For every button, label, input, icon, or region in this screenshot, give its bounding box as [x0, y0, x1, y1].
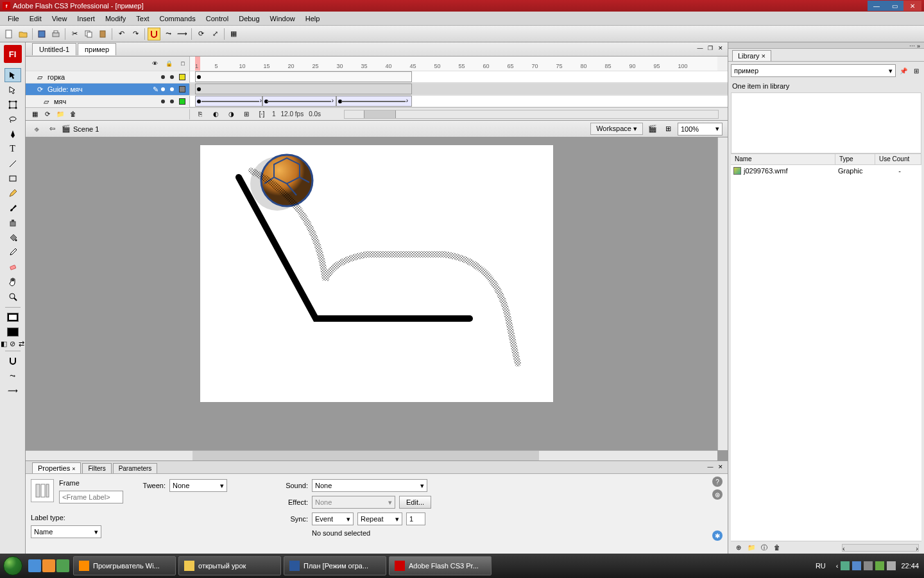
- center-frame-icon[interactable]: ⎘: [195, 109, 205, 119]
- zoom-selector[interactable]: 100%▾: [678, 123, 723, 136]
- onion-outline-button[interactable]: ◑: [226, 109, 236, 119]
- rotate-button[interactable]: ⟳: [194, 28, 207, 40]
- sync-select[interactable]: Event▾: [312, 512, 354, 525]
- repeat-count-input[interactable]: [406, 512, 425, 525]
- repeat-select[interactable]: Repeat▾: [357, 512, 402, 525]
- tab-properties[interactable]: Properties×: [32, 462, 81, 473]
- accessibility-button[interactable]: ✱: [712, 530, 723, 541]
- new-folder-lib-button[interactable]: 📁: [746, 543, 757, 553]
- paint-bucket-tool[interactable]: [4, 231, 21, 245]
- delete-lib-button[interactable]: 🗑: [772, 543, 782, 553]
- col-type[interactable]: Type: [835, 154, 875, 164]
- straighten-button[interactable]: ⟿: [176, 28, 189, 40]
- edit-scene-button[interactable]: ⎆: [31, 123, 42, 135]
- fill-color-swatch[interactable]: [4, 325, 21, 339]
- quick-launch-button[interactable]: [28, 559, 41, 572]
- modify-onion-button[interactable]: [·]: [257, 109, 267, 119]
- text-tool[interactable]: T: [4, 142, 21, 156]
- label-type-select[interactable]: Name▾: [31, 525, 101, 538]
- tray-icon[interactable]: [864, 561, 873, 570]
- default-colors-icon[interactable]: ◧: [0, 340, 8, 347]
- menu-file[interactable]: File: [3, 13, 24, 24]
- tab-library[interactable]: Library ×: [732, 50, 771, 61]
- print-button[interactable]: [49, 28, 62, 40]
- window-maximize-button[interactable]: ▭: [886, 1, 903, 11]
- rectangle-tool[interactable]: [4, 171, 21, 186]
- scale-button[interactable]: ⤢: [209, 28, 221, 40]
- taskbar-clock[interactable]: 22:44: [901, 562, 924, 570]
- onion-skin-button[interactable]: ◐: [210, 109, 221, 119]
- new-folder-button[interactable]: 📁: [55, 109, 65, 119]
- window-minimize-button[interactable]: —: [868, 1, 886, 11]
- snap-to-objects-button[interactable]: [4, 354, 21, 368]
- col-name[interactable]: Name: [731, 154, 835, 164]
- smooth-button[interactable]: ⤳: [162, 28, 175, 40]
- layer-row-guide[interactable]: ⟳ Guide: мяч ✎: [26, 83, 728, 95]
- new-file-button[interactable]: [3, 28, 15, 40]
- eyedropper-tool[interactable]: [4, 245, 21, 259]
- zoom-tool[interactable]: [4, 290, 21, 304]
- quick-launch-button[interactable]: [42, 559, 55, 572]
- stage-area[interactable]: [26, 137, 728, 460]
- edit-scene-icon[interactable]: 🎬: [647, 123, 658, 135]
- stage-v-scrollbar[interactable]: [717, 137, 728, 450]
- delete-layer-button[interactable]: 🗑: [68, 109, 78, 119]
- straighten-option-button[interactable]: ⟿: [4, 383, 21, 398]
- library-list[interactable]: j0299763.wmf Graphic -: [731, 165, 921, 541]
- cut-button[interactable]: ✂: [68, 28, 81, 40]
- quick-launch-button[interactable]: [56, 559, 69, 572]
- panel-gripper[interactable]: ⋯ »: [728, 42, 924, 49]
- doc-tab-untitled[interactable]: Untitled-1: [32, 43, 76, 55]
- pin-library-button[interactable]: 📌: [898, 66, 909, 76]
- menu-window[interactable]: Window: [265, 13, 300, 24]
- copy-button[interactable]: [82, 28, 95, 40]
- taskbar-item-player[interactable]: Проигрыватель Wi...: [73, 556, 176, 575]
- stage-h-scrollbar[interactable]: [26, 450, 717, 460]
- properties-lib-button[interactable]: ⓘ: [759, 543, 769, 553]
- free-transform-tool[interactable]: [4, 98, 21, 112]
- edit-symbol-icon[interactable]: ⊞: [662, 123, 674, 135]
- doc-minimize-button[interactable]: —: [696, 44, 705, 53]
- line-tool[interactable]: [4, 157, 21, 171]
- props-minimize-button[interactable]: —: [706, 462, 715, 471]
- open-file-button[interactable]: [17, 28, 30, 40]
- menu-control[interactable]: Control: [201, 13, 234, 24]
- frame-label-input[interactable]: [59, 491, 123, 504]
- timeline-h-scrollbar[interactable]: [344, 110, 719, 119]
- layer-row-ball[interactable]: ▱ мяч: [26, 95, 728, 107]
- taskbar-item-folder[interactable]: открытый урок: [178, 556, 281, 575]
- tray-icon[interactable]: [841, 561, 850, 570]
- doc-tab-primer[interactable]: пример: [78, 43, 116, 55]
- menu-commands[interactable]: Commands: [154, 13, 200, 24]
- sound-select[interactable]: None▾: [312, 479, 427, 492]
- lasso-tool[interactable]: [4, 112, 21, 127]
- swap-colors-icon[interactable]: ⇄: [18, 340, 26, 347]
- col-use-count[interactable]: Use Count: [875, 154, 921, 164]
- tray-icon[interactable]: [875, 561, 884, 570]
- start-button[interactable]: [0, 554, 26, 578]
- info-button[interactable]: ⊛: [712, 489, 723, 500]
- volume-icon[interactable]: [887, 561, 896, 570]
- save-button[interactable]: [35, 28, 48, 40]
- help-button[interactable]: ?: [712, 477, 723, 487]
- menu-debug[interactable]: Debug: [234, 13, 264, 24]
- subselection-tool[interactable]: [4, 83, 21, 97]
- edit-multiple-button[interactable]: ⊞: [241, 109, 252, 119]
- edit-sound-button[interactable]: Edit...: [399, 496, 431, 509]
- library-item[interactable]: j0299763.wmf Graphic -: [731, 165, 921, 177]
- lib-h-scroll[interactable]: ‹›: [842, 544, 919, 552]
- eye-column-icon[interactable]: 👁: [151, 60, 158, 67]
- window-close-button[interactable]: ✕: [903, 1, 921, 11]
- selection-tool[interactable]: [4, 68, 21, 82]
- new-library-button[interactable]: ⊞: [911, 66, 921, 76]
- tray-expand-icon[interactable]: ‹: [836, 562, 839, 570]
- menu-view[interactable]: View: [47, 13, 73, 24]
- paste-button[interactable]: [96, 28, 109, 40]
- frames-ruler[interactable]: 1510152025303540455055606570758085909510…: [190, 57, 717, 71]
- system-tray[interactable]: ‹: [831, 561, 902, 570]
- stage-canvas[interactable]: [200, 145, 553, 402]
- props-close-button[interactable]: ✕: [716, 462, 725, 471]
- hand-tool[interactable]: [4, 275, 21, 289]
- workspace-selector[interactable]: Workspace ▾: [590, 123, 643, 135]
- tween-select[interactable]: None▾: [169, 479, 227, 492]
